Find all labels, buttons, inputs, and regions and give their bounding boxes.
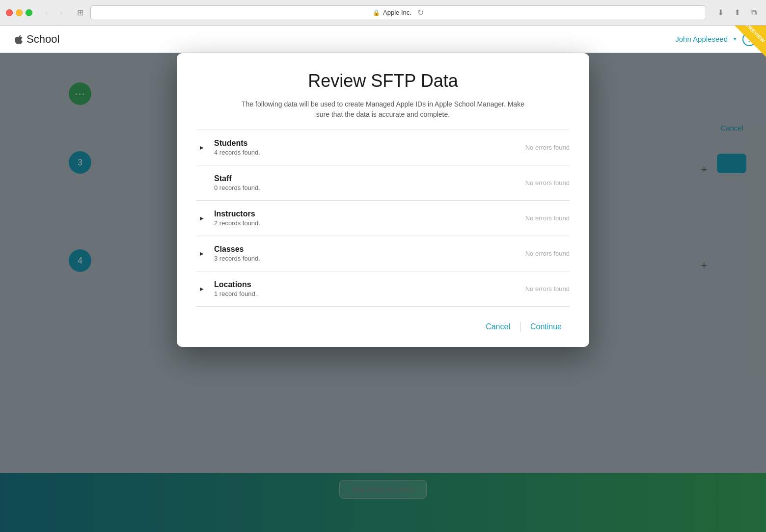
nav-arrows: ‹ › (40, 6, 68, 19)
minimize-button[interactable] (16, 9, 23, 16)
back-arrow-icon[interactable]: ‹ (40, 6, 53, 19)
data-row: ▶Students4 records found.No errors found (196, 130, 570, 165)
data-row: Staff0 records found.No errors found (196, 165, 570, 200)
lock-icon: 🔒 (373, 9, 380, 16)
sidebar-toggle-icon[interactable]: ⊞ (74, 6, 86, 19)
modal-footer: Cancel Continue (177, 307, 589, 347)
row-status-students: No errors found (525, 144, 570, 151)
traffic-lights (6, 9, 32, 16)
data-row: ▶Instructors2 records found.No errors fo… (196, 200, 570, 236)
address-text: Apple Inc. (383, 9, 411, 16)
expand-icon-locations[interactable]: ▶ (196, 284, 207, 294)
row-count-locations: 1 record found. (214, 290, 525, 297)
modal-body: ▶Students4 records found.No errors found… (177, 130, 589, 307)
row-status-locations: No errors found (525, 285, 570, 293)
data-row: ▶Classes3 records found.No errors found (196, 236, 570, 271)
app-name-label: School (27, 33, 59, 46)
row-title-classes: Classes (214, 245, 525, 254)
row-status-staff: No errors found (525, 179, 570, 186)
browser-actions: ⬇ ⬆ ⧉ (714, 6, 760, 19)
modal-header: Review SFTP Data The following data will… (177, 53, 589, 130)
row-count-students: 4 records found. (214, 149, 525, 156)
forward-arrow-icon[interactable]: › (55, 6, 68, 19)
row-title-staff: Staff (214, 174, 525, 183)
close-button[interactable] (6, 9, 13, 16)
expand-icon-students[interactable]: ▶ (196, 142, 207, 153)
cancel-button[interactable]: Cancel (478, 319, 518, 335)
new-tab-icon[interactable]: ⧉ (747, 6, 760, 19)
user-dropdown-icon[interactable]: ▾ (734, 36, 737, 42)
row-count-staff: 0 records found. (214, 184, 525, 191)
row-status-instructors: No errors found (525, 214, 570, 222)
row-info-staff: Staff0 records found. (214, 174, 525, 191)
row-count-instructors: 2 records found. (214, 219, 525, 227)
reload-icon[interactable]: ↻ (417, 8, 424, 17)
row-title-locations: Locations (214, 280, 525, 289)
app-header: School John Appleseed ▾ ? PREVIEW (0, 26, 766, 53)
row-status-classes: No errors found (525, 250, 570, 257)
review-sftp-modal: Review SFTP Data The following data will… (177, 53, 589, 347)
expand-icon-classes[interactable]: ▶ (196, 248, 207, 259)
expand-icon-instructors[interactable]: ▶ (196, 213, 207, 224)
modal-subtitle: The following data will be used to creat… (241, 99, 525, 120)
share-icon[interactable]: ⬆ (731, 6, 743, 19)
continue-button[interactable]: Continue (522, 319, 570, 335)
download-icon[interactable]: ⬇ (714, 6, 727, 19)
browser-chrome: ‹ › ⊞ 🔒 Apple Inc. ↻ ⬇ ⬆ ⧉ (0, 0, 766, 26)
row-info-students: Students4 records found. (214, 139, 525, 156)
maximize-button[interactable] (26, 9, 32, 16)
address-bar[interactable]: 🔒 Apple Inc. ↻ (90, 5, 706, 20)
row-title-instructors: Instructors (214, 210, 525, 218)
user-name-label[interactable]: John Appleseed (675, 35, 728, 43)
expand-icon-staff (196, 178, 207, 188)
app-logo: School (10, 33, 59, 46)
apple-icon (14, 34, 23, 44)
row-title-students: Students (214, 139, 525, 148)
row-info-locations: Locations1 record found. (214, 280, 525, 297)
row-count-classes: 3 records found. (214, 255, 525, 262)
data-row: ▶Locations1 record found.No errors found (196, 271, 570, 307)
row-info-instructors: Instructors2 records found. (214, 210, 525, 227)
modal-title: Review SFTP Data (196, 71, 570, 91)
row-info-classes: Classes3 records found. (214, 245, 525, 262)
footer-divider (520, 322, 520, 332)
